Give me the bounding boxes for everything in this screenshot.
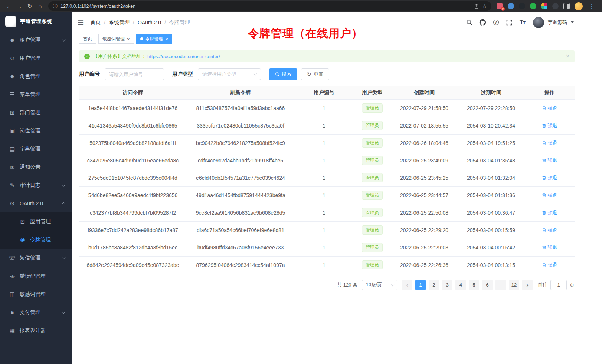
sidebar-item[interactable]: 短信管理 (0, 249, 72, 267)
sidebar-item[interactable]: 审计日志 (0, 176, 72, 194)
page-number-button[interactable]: 5 (469, 280, 479, 290)
page-number-button[interactable]: ··· (495, 280, 506, 290)
sidebar-item-label: 应用管理 (30, 218, 51, 225)
role-icon (8, 73, 16, 79)
sidebar-item[interactable]: 岗位管理 (0, 122, 72, 140)
user-type-select[interactable]: 请选择用户类型 (198, 68, 261, 80)
sidebar-item[interactable]: 菜单管理 (0, 85, 72, 103)
force-logout-button[interactable]: 强退 (542, 244, 557, 251)
prev-page-button[interactable] (402, 280, 412, 290)
view-tabs-bar: 首页 × 敏感词管理 × 令牌管理 × (72, 33, 602, 45)
chevron-down-icon (62, 39, 65, 41)
sidebar-item-label: 菜单管理 (20, 91, 40, 98)
alert-close-icon[interactable]: × (566, 53, 569, 59)
refresh-icon[interactable]: ↻ (24, 2, 35, 11)
username[interactable]: 芋道源码 (548, 19, 567, 26)
sidebar-item[interactable]: 支付管理 (0, 303, 72, 321)
create-time-cell: 2022-06-25 22:29:20 (391, 221, 458, 239)
breadcrumb-system[interactable]: 系统管理 (109, 19, 138, 26)
force-logout-button[interactable]: 强退 (542, 192, 557, 199)
close-icon[interactable]: × (127, 37, 130, 42)
sidebar-item[interactable]: 敏感词管理 (0, 285, 72, 303)
sidebar-item[interactable]: 用户管理 (0, 49, 72, 67)
breadcrumb-oauth[interactable]: OAuth 2.0 (138, 20, 169, 26)
token-table: 访问令牌 刷新令牌 用户编号 用户类型 创建时间 过期时间 操作 (79, 86, 575, 274)
sidebar-toggle-icon[interactable] (563, 3, 570, 9)
app-logo[interactable]: 芋道管理系统 (0, 12, 72, 31)
app-logo-image (5, 16, 16, 27)
breadcrumb-current: 令牌管理 (169, 19, 190, 26)
force-logout-button[interactable]: 强退 (542, 209, 557, 216)
browser-menu-icon[interactable]: ⋮ (588, 3, 596, 10)
user-avatar[interactable] (533, 17, 544, 28)
sidebar-item-label: 报表设计器 (20, 327, 46, 334)
dark-extension-icon[interactable] (519, 3, 525, 9)
page-size-select[interactable]: 10条/页 (362, 280, 397, 290)
user-id-cell: 1 (294, 117, 354, 134)
force-logout-button[interactable]: 强退 (542, 105, 557, 112)
page-number-button[interactable]: 6 (482, 280, 493, 290)
force-logout-button[interactable]: 强退 (542, 140, 557, 146)
next-page-button[interactable] (522, 280, 533, 290)
table-row: 54d6be82ee5a460a9aedc1f9bf223656 49d1aa4… (79, 186, 575, 204)
view-tab[interactable]: 敏感词管理 × (98, 34, 134, 44)
close-icon[interactable]: × (166, 37, 169, 42)
doc-link[interactable]: https://doc.iocoder.cn/user-center/ (147, 54, 220, 59)
access-token-cell: 6d842e2924594de9a09e45e087323abe (79, 256, 187, 274)
sidebar-item[interactable]: 应用管理 (0, 212, 72, 231)
sidebar-item[interactable]: OAuth 2.0 (0, 194, 72, 212)
help-icon[interactable] (492, 19, 500, 26)
force-logout-button[interactable]: 强退 (542, 157, 557, 164)
sidebar-item[interactable]: 错误码管理 (0, 267, 72, 285)
gray-extension-icon[interactable] (552, 3, 559, 9)
site-info-icon[interactable]: ⓘ (53, 3, 58, 10)
search-icon[interactable] (465, 19, 473, 26)
bookmark-star-icon[interactable]: ☆ (482, 3, 487, 9)
force-logout-button[interactable]: 强退 (542, 262, 557, 268)
view-tab[interactable]: 首页 × (79, 34, 96, 44)
access-token-cell: c342377bf8b344799dcbf7bf095287f2 (79, 204, 187, 221)
font-size-icon[interactable] (519, 19, 526, 26)
force-logout-button[interactable]: 强退 (542, 122, 557, 129)
pink-extension-icon[interactable]: 0 (497, 3, 503, 9)
reset-button[interactable]: 重置 (301, 68, 329, 80)
force-logout-button[interactable]: 强退 (542, 227, 557, 234)
page-number-button[interactable]: 12 (509, 280, 519, 290)
caret-down-icon[interactable] (571, 21, 574, 23)
sidebar-item[interactable]: 租户管理 (0, 31, 72, 49)
page-number-button[interactable]: 4 (455, 280, 466, 290)
user-id-input[interactable] (105, 68, 164, 80)
force-logout-button[interactable]: 强退 (542, 175, 557, 181)
green-extension-icon[interactable] (530, 3, 536, 9)
share-icon[interactable] (474, 4, 479, 9)
fullscreen-icon[interactable] (506, 19, 513, 26)
trash-icon (542, 193, 546, 198)
user-id-cell: 1 (294, 169, 354, 186)
view-tab[interactable]: 令牌管理 × (136, 34, 173, 44)
forward-icon[interactable]: → (14, 2, 24, 11)
goto-page-input[interactable] (550, 280, 567, 290)
back-icon[interactable]: ← (4, 2, 14, 11)
search-button[interactable]: 搜索 (269, 68, 297, 80)
page-number-button[interactable]: 2 (429, 280, 439, 290)
page-number-button[interactable]: 3 (442, 280, 452, 290)
sidebar-item[interactable]: 部门管理 (0, 103, 72, 122)
sidebar-item[interactable]: 通知公告 (0, 158, 72, 176)
page-number-button[interactable]: 1 (415, 280, 426, 290)
blue-extension-icon[interactable] (508, 3, 514, 9)
sidebar-item[interactable]: 报表设计器 (0, 321, 72, 340)
browser-profile-avatar[interactable] (575, 2, 583, 10)
sidebar-item[interactable]: 角色管理 (0, 67, 72, 85)
address-bar[interactable]: ⓘ 127.0.0.1:1024/system/oauth2/token ☆ (48, 1, 491, 11)
table-column-header: 刷新令牌 (187, 86, 294, 99)
chevron-down-icon (62, 185, 65, 186)
github-icon[interactable] (479, 19, 486, 26)
sidebar-item[interactable]: 令牌管理 (0, 231, 72, 249)
home-icon[interactable]: ⌂ (35, 2, 45, 11)
errcode-icon (8, 273, 16, 279)
breadcrumb-home[interactable]: 首页 (90, 19, 109, 26)
sidebar-collapse-icon[interactable]: ☰ (78, 19, 84, 27)
multicolor-extension-icon[interactable] (541, 3, 547, 9)
trash-icon (542, 211, 546, 215)
sidebar-item[interactable]: 字典管理 (0, 140, 72, 158)
